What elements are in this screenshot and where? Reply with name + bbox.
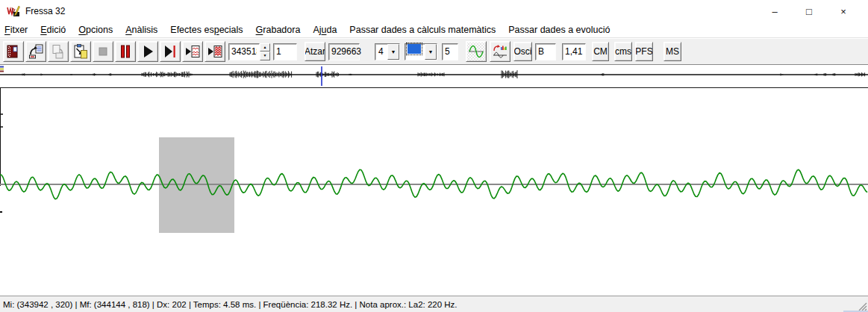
menu-item-fitxer[interactable]: Fitxer bbox=[4, 25, 28, 35]
wave-display-toggle[interactable] bbox=[466, 41, 487, 62]
status-text: Mi: (343942 , 320) | Mf: (344144 , 818) … bbox=[3, 300, 458, 309]
window-title: Fressa 32 bbox=[25, 6, 65, 16]
play-selection-alt-button[interactable] bbox=[204, 41, 225, 62]
copy-icon-disabled bbox=[50, 43, 66, 60]
spin-down-icon[interactable]: ▼ bbox=[260, 52, 270, 60]
paste-button[interactable] bbox=[70, 41, 91, 62]
menu-item-ajuda[interactable]: Ajuda bbox=[313, 25, 337, 35]
pause-icon bbox=[117, 43, 134, 60]
maximize-button[interactable]: □ bbox=[792, 0, 826, 22]
color-combo[interactable]: ▼ bbox=[405, 43, 437, 60]
close-button[interactable]: × bbox=[826, 0, 861, 22]
overview-waveform bbox=[0, 66, 868, 87]
menu-item-passar-dades-calculs[interactable]: Passar dades a càlculs matemàtics bbox=[349, 25, 496, 35]
ms-button[interactable]: MS bbox=[664, 42, 681, 61]
minimize-button[interactable]: – bbox=[758, 0, 792, 22]
stop-icon-disabled bbox=[95, 43, 111, 60]
menu-item-analisis[interactable]: Anàlisis bbox=[125, 25, 157, 35]
waveform-panel[interactable] bbox=[0, 87, 868, 296]
spectrum-button[interactable] bbox=[490, 41, 511, 62]
menu-bar: FitxerEdicióOpcionsAnàlisisEfectes espec… bbox=[0, 22, 868, 38]
menu-item-grabadora[interactable]: Grabadora bbox=[256, 25, 301, 35]
chevron-down-icon[interactable]: ▼ bbox=[387, 44, 399, 60]
play-icon bbox=[140, 43, 156, 60]
app-window: Fressa 32 – □ × FitxerEdicióOpcionsAnàli… bbox=[0, 0, 868, 312]
cm-button[interactable]: CM bbox=[592, 42, 609, 61]
sine-wave-icon bbox=[468, 43, 484, 60]
play-to-cursor-button[interactable] bbox=[160, 41, 181, 62]
menu-item-passar-dades-evolucio[interactable]: Passar dades a evolució bbox=[508, 25, 610, 35]
factor-input[interactable] bbox=[562, 43, 586, 60]
play-selection-button[interactable] bbox=[182, 41, 203, 62]
zoom-input[interactable] bbox=[442, 43, 458, 60]
file-icon bbox=[5, 43, 22, 60]
copy-button[interactable] bbox=[48, 41, 69, 62]
import-icon bbox=[28, 43, 44, 60]
play-selection-icon bbox=[184, 43, 201, 60]
play-to-cursor-icon bbox=[162, 43, 178, 60]
stop-button[interactable] bbox=[93, 41, 113, 62]
osci-button[interactable]: Osci bbox=[513, 42, 532, 61]
note-input[interactable] bbox=[535, 43, 556, 60]
menu-item-opcions[interactable]: Opcions bbox=[78, 25, 113, 35]
main-waveform bbox=[0, 88, 868, 296]
play-selection-alt-icon bbox=[207, 43, 223, 60]
overview-strip[interactable] bbox=[0, 66, 868, 87]
selection-region[interactable] bbox=[159, 137, 234, 233]
import-button[interactable] bbox=[25, 41, 46, 62]
atzar-button[interactable]: Atzar bbox=[305, 42, 325, 61]
pfs-button[interactable]: PFS bbox=[635, 42, 653, 61]
spin-up-icon[interactable]: ▲ bbox=[260, 43, 270, 52]
chevron-down-icon[interactable]: ▼ bbox=[425, 44, 437, 60]
cms-button[interactable]: cms bbox=[614, 42, 632, 61]
toolbar: ▲ ▼ Atzar 929663 4 ▼ ▼ bbox=[0, 39, 868, 65]
spectrum-chart-icon bbox=[492, 43, 508, 60]
menu-item-efectes-especials[interactable]: Efectes especials bbox=[170, 25, 243, 35]
position-spin-buttons: ▲ ▼ bbox=[260, 43, 270, 60]
title-bar: Fressa 32 – □ × bbox=[0, 0, 868, 22]
count-input[interactable] bbox=[273, 43, 297, 60]
position-input[interactable] bbox=[228, 43, 260, 60]
menu-item-edicio[interactable]: Edició bbox=[40, 25, 66, 35]
color-swatch bbox=[408, 44, 421, 54]
paste-icon bbox=[72, 43, 89, 60]
status-bar: Mi: (343942 , 320) | Mf: (344144 , 818) … bbox=[0, 296, 868, 312]
app-logo-icon bbox=[7, 5, 20, 17]
pause-button[interactable] bbox=[115, 41, 136, 62]
position-spinner: ▲ ▼ bbox=[228, 43, 270, 60]
channel-combo-value: 4 bbox=[375, 44, 387, 60]
open-file-button[interactable] bbox=[3, 41, 24, 62]
play-button[interactable] bbox=[137, 41, 158, 62]
length-display: 929663 bbox=[328, 43, 360, 60]
channel-combo[interactable]: 4 ▼ bbox=[375, 43, 400, 60]
window-controls: – □ × bbox=[758, 0, 861, 22]
